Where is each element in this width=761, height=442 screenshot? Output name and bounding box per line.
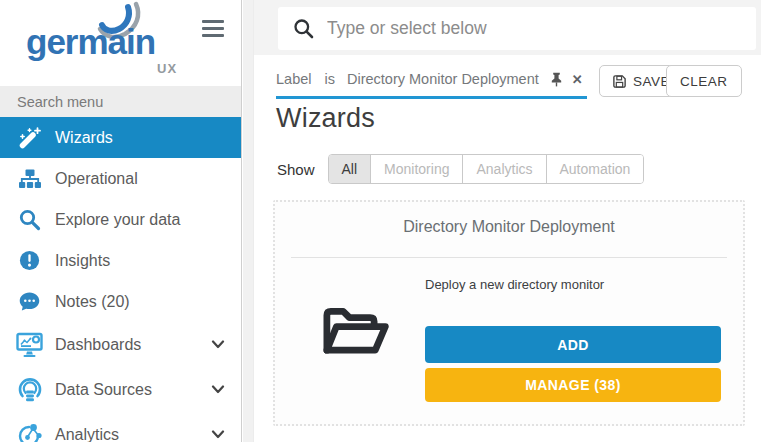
clear-button[interactable]: CLEAR bbox=[666, 65, 742, 97]
sidebar-item-explore[interactable]: Explore your data bbox=[0, 199, 241, 240]
global-search[interactable] bbox=[278, 7, 756, 50]
logo-row: germain UX bbox=[0, 0, 241, 86]
exclamation-icon bbox=[16, 248, 43, 274]
filter-value[interactable]: Directory Monitor Deployment bbox=[347, 71, 539, 87]
page-title: Wizards bbox=[276, 103, 375, 134]
sidebar-nav: Wizards Operational bbox=[0, 117, 241, 442]
save-floppy-icon bbox=[612, 74, 627, 89]
share-nodes-icon bbox=[16, 422, 43, 442]
sidebar-item-insights[interactable]: Insights bbox=[0, 240, 241, 281]
search-icon bbox=[293, 18, 314, 39]
sidebar-item-data-sources[interactable]: Data Sources bbox=[0, 367, 241, 412]
filter-chip[interactable]: Label is Directory Monitor Deployment ✕ bbox=[276, 63, 587, 99]
global-search-input[interactable] bbox=[327, 18, 756, 39]
tab-analytics[interactable]: Analytics bbox=[462, 155, 545, 183]
tab-automation[interactable]: Automation bbox=[546, 155, 644, 183]
main-panel: Label is Directory Monitor Deployment ✕ bbox=[254, 0, 761, 442]
show-filter-row: Show All Monitoring Analytics Automation bbox=[277, 154, 644, 184]
sidebar-item-label: Wizards bbox=[55, 129, 113, 147]
wizard-card-description: Deploy a new directory monitor bbox=[425, 277, 604, 292]
sidebar-scrollbar-track[interactable] bbox=[243, 0, 254, 442]
app-window: germain UX Wizards bbox=[0, 0, 761, 442]
sidebar-item-label: Analytics bbox=[55, 426, 119, 442]
sidebar-item-notes[interactable]: Notes (20) bbox=[0, 281, 241, 322]
filter-operator[interactable]: is bbox=[324, 71, 334, 87]
sidebar-item-label: Explore your data bbox=[55, 211, 180, 229]
chat-bubble-icon bbox=[16, 289, 43, 315]
filter-field[interactable]: Label bbox=[276, 71, 311, 87]
manage-button[interactable]: MANAGE (38) bbox=[425, 368, 721, 402]
add-button[interactable]: ADD bbox=[425, 326, 721, 363]
sidebar-item-dashboards[interactable]: Dashboards bbox=[0, 322, 241, 367]
chevron-down-icon[interactable] bbox=[211, 385, 225, 394]
brand-sub: UX bbox=[157, 61, 177, 76]
sidebar-item-operational[interactable]: Operational bbox=[0, 158, 241, 199]
folder-open-icon bbox=[319, 302, 391, 360]
sidebar-item-label: Operational bbox=[55, 170, 138, 188]
database-ring-icon bbox=[16, 377, 43, 403]
category-tab-group: All Monitoring Analytics Automation bbox=[328, 154, 645, 184]
clear-button-label: CLEAR bbox=[680, 74, 728, 89]
save-button-label: SAVE bbox=[633, 74, 670, 89]
wizard-card-title: Directory Monitor Deployment bbox=[275, 218, 743, 236]
sidebar-item-label: Notes (20) bbox=[55, 293, 130, 311]
chevron-down-icon[interactable] bbox=[211, 430, 225, 439]
sidebar-item-label: Dashboards bbox=[55, 336, 141, 354]
sidebar-item-analytics[interactable]: Analytics bbox=[0, 412, 241, 442]
topbar bbox=[254, 0, 761, 55]
sitemap-icon bbox=[16, 166, 43, 192]
menu-toggle-button[interactable] bbox=[202, 20, 226, 40]
card-divider bbox=[291, 257, 727, 258]
content-area: Label is Directory Monitor Deployment ✕ bbox=[254, 55, 761, 442]
brand-name: germain bbox=[26, 22, 155, 62]
tab-monitoring[interactable]: Monitoring bbox=[370, 155, 462, 183]
pin-filter-icon[interactable] bbox=[550, 72, 563, 87]
magnifier-icon bbox=[16, 207, 43, 233]
sidebar-item-label: Insights bbox=[55, 252, 110, 270]
show-label: Show bbox=[277, 161, 315, 178]
tab-all[interactable]: All bbox=[329, 155, 371, 183]
remove-filter-icon[interactable]: ✕ bbox=[572, 73, 583, 86]
wizard-card: Directory Monitor Deployment Deploy a ne… bbox=[273, 200, 745, 426]
monitor-chart-icon bbox=[16, 332, 43, 358]
chevron-down-icon[interactable] bbox=[211, 340, 225, 349]
sidebar-search-input[interactable] bbox=[0, 86, 241, 117]
sidebar-item-wizards[interactable]: Wizards bbox=[0, 117, 241, 158]
wand-icon bbox=[16, 125, 43, 151]
sidebar-item-label: Data Sources bbox=[55, 381, 152, 399]
sidebar: germain UX Wizards bbox=[0, 0, 242, 442]
